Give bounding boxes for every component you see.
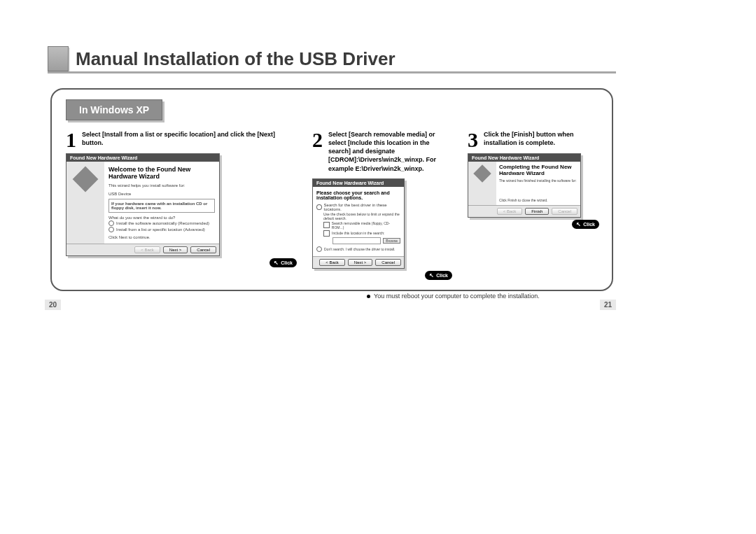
step-1-number: 1	[66, 130, 76, 149]
step-1-text: Select [Install from a list or specific …	[82, 130, 297, 149]
wizard-1-opt2: Install from a list or specific location…	[116, 227, 205, 232]
cancel-button[interactable]: Cancel	[190, 246, 216, 253]
cancel-button[interactable]: Cancel	[552, 208, 578, 215]
wizard-2-chk1: Search removable media (floppy, CD-ROM..…	[332, 221, 400, 230]
wizard-1-graphic	[66, 162, 104, 244]
section-badge: In Windows XP	[66, 99, 162, 120]
next-button[interactable]: Next >	[348, 259, 373, 266]
step-2-number: 2	[312, 130, 323, 173]
radio-icon[interactable]	[316, 204, 322, 210]
content-frame: In Windows XP 1 Select [Install from a l…	[50, 88, 613, 291]
wizard-1: Found New Hardware Wizard Welcome to the…	[66, 153, 220, 256]
checkbox-icon[interactable]	[323, 222, 330, 228]
step-2: 2 Select [Search removable media] or sel…	[312, 130, 452, 280]
wizard-2-opt-a: Search for the best driver in these loca…	[324, 203, 400, 211]
bullet-icon	[367, 295, 370, 298]
page-number-left: 20	[45, 300, 61, 310]
step-3-number: 3	[468, 130, 478, 149]
back-button[interactable]: < Back	[319, 259, 345, 266]
wizard-1-question: What do you want the wizard to do?	[108, 216, 215, 220]
footer-rule	[45, 309, 617, 310]
wizard-3-hint: Click Finish to close the wizard.	[499, 198, 578, 202]
browse-button[interactable]: Browse	[383, 238, 400, 244]
wizard-3-titlebar: Found New Hardware Wizard	[468, 154, 580, 162]
wizard-3: Found New Hardware Wizard Completing the…	[468, 153, 581, 218]
wizard-1-sub: This wizard helps you install software f…	[108, 183, 215, 188]
wizard-2-sub-a: Use the check boxes below to limit or ex…	[323, 212, 400, 220]
step-1: 1 Select [Install from a list or specifi…	[66, 130, 297, 280]
cursor-icon: ↖	[576, 221, 581, 227]
title-ornament	[48, 46, 69, 71]
wizard-2-heading: Please choose your search and installati…	[316, 190, 400, 200]
wizard-1-titlebar: Found New Hardware Wizard	[66, 154, 219, 162]
wizard-1-device: USB Device	[108, 192, 215, 196]
checkbox-icon[interactable]	[323, 230, 330, 237]
wizard-1-hint: Click Next to continue.	[108, 235, 215, 239]
click-callout-1: ↖Click	[270, 258, 297, 267]
path-input[interactable]	[332, 237, 381, 244]
next-button[interactable]: Next >	[163, 246, 188, 253]
wizard-2-opt-b: Don't search. I will choose the driver t…	[324, 247, 395, 251]
wizard-2: Found New Hardware Wizard Please choose …	[312, 178, 405, 269]
cursor-icon: ↖	[274, 260, 279, 266]
wizard-2-chk2: Include this location in the search:	[332, 231, 384, 235]
step-3: 3 Click the [Finish] button when install…	[468, 130, 599, 280]
wizard-2-titlebar: Found New Hardware Wizard	[313, 179, 404, 187]
finish-button[interactable]: Finish	[525, 208, 549, 215]
wizard-3-sub: The wizard has finished installing the s…	[499, 178, 578, 183]
radio-icon[interactable]	[316, 246, 322, 252]
step-2-text: Select [Search removable media] or selec…	[328, 130, 452, 173]
wizard-1-opt1: Install the software automatically (Reco…	[116, 221, 209, 225]
cancel-button[interactable]: Cancel	[375, 259, 401, 266]
title-underline	[48, 71, 616, 73]
wizard-3-heading: Completing the Found New Hardware Wizard	[499, 164, 578, 177]
click-callout-3: ↖Click	[572, 220, 599, 229]
click-callout-2: ↖Click	[425, 271, 452, 280]
page-title-band: Manual Installation of the USB Driver	[48, 46, 396, 71]
radio-icon[interactable]	[108, 220, 114, 226]
manual-page: Manual Installation of the USB Driver In…	[0, 0, 756, 534]
back-button[interactable]: < Back	[497, 208, 523, 215]
page-title: Manual Installation of the USB Driver	[76, 48, 396, 70]
page-number-right: 21	[600, 300, 616, 310]
step-3-text: Click the [Finish] button when installat…	[484, 130, 599, 149]
cursor-icon: ↖	[429, 272, 434, 279]
back-button[interactable]: < Back	[134, 246, 160, 253]
wizard-1-cdnote: If your hardware came with an installati…	[111, 202, 212, 210]
wizard-1-heading: Welcome to the Found New Hardware Wizard	[108, 166, 215, 181]
footnote: You must reboot your computer to complet…	[367, 293, 598, 300]
wizard-3-graphic	[468, 162, 496, 205]
radio-icon[interactable]	[108, 227, 114, 232]
